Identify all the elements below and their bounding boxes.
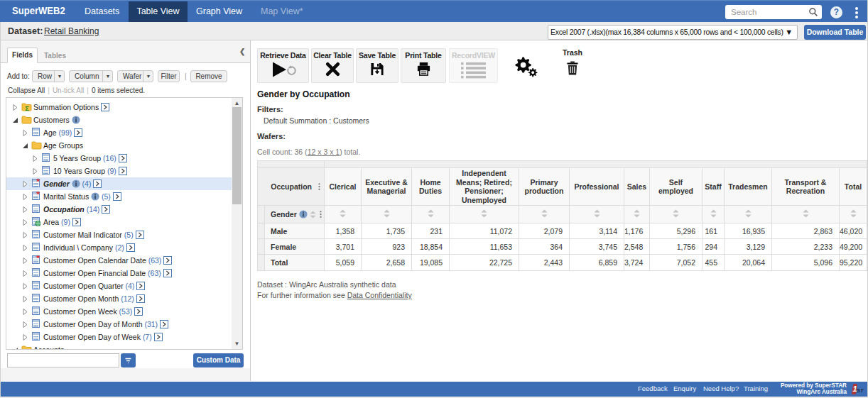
svg-text:Σ: Σ bbox=[25, 104, 29, 112]
